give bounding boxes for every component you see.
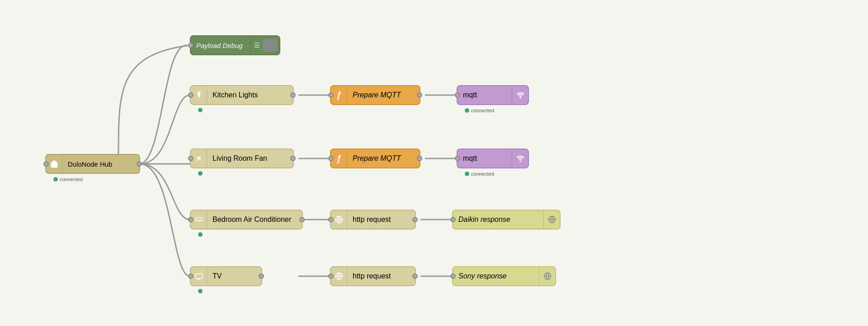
- daikin-globe-icon: [543, 211, 560, 229]
- svg-point-26: [520, 161, 521, 162]
- bedroom-port-left: [188, 217, 193, 222]
- mqtt-out2-port-left: [455, 156, 460, 161]
- mqtt-fn2-port-left: [328, 156, 334, 161]
- svg-rect-18: [195, 218, 202, 221]
- debug-toggle[interactable]: [263, 39, 278, 52]
- kitchen-status-area: [198, 108, 203, 112]
- kitchen-label: Kitchen Lights: [207, 91, 293, 99]
- debug-port-left: [188, 43, 193, 48]
- tv-label: TV: [207, 272, 261, 280]
- sony-port-left: [450, 273, 456, 279]
- mqtt-out1-dot: [465, 108, 469, 113]
- bedroom-dot: [198, 232, 203, 237]
- mqtt-out2-node[interactable]: mqtt connected: [457, 149, 529, 168]
- http1-node[interactable]: http request: [330, 210, 416, 230]
- mqtt-fn2-node[interactable]: ƒ Prepare MQTT: [330, 149, 420, 168]
- hub-label: DuloNode Hub: [62, 160, 139, 168]
- http1-port-right: [412, 217, 418, 222]
- http2-port-left: [328, 273, 334, 279]
- debug-label: Payload Debug: [191, 42, 250, 49]
- bedroom-status-area: [198, 232, 203, 237]
- living-room-label: Living Room Fan: [207, 154, 293, 163]
- daikin-node[interactable]: Daikin response: [452, 210, 561, 230]
- mqtt-out1-node[interactable]: mqtt connected: [457, 85, 529, 105]
- daikin-label: Daikin response: [453, 216, 543, 224]
- kitchen-node[interactable]: Kitchen Lights: [190, 85, 294, 105]
- hub-status: connected: [53, 177, 83, 182]
- tv-port-left: [188, 273, 193, 279]
- svg-point-25: [520, 97, 521, 98]
- hub-status-dot: [53, 177, 58, 182]
- debug-menu-icon[interactable]: ☰: [250, 36, 263, 54]
- tv-status-area: [198, 289, 203, 293]
- http2-node[interactable]: http request: [330, 266, 416, 286]
- svg-line-13: [196, 92, 197, 93]
- sony-globe-icon: [539, 267, 555, 285]
- mqtt-fn1-port-left: [328, 92, 334, 98]
- bedroom-port-right: [299, 217, 305, 222]
- tv-port-right: [259, 273, 264, 279]
- mqtt-out2-status: connected: [465, 171, 494, 177]
- http1-label: http request: [347, 216, 415, 224]
- hub-port-right: [137, 161, 142, 167]
- mqtt-fn1-port-right: [417, 92, 422, 98]
- kitchen-dot: [198, 108, 203, 112]
- sony-node[interactable]: Sony response: [452, 266, 556, 286]
- mqtt-out2-label: mqtt: [458, 154, 512, 163]
- tv-dot: [198, 289, 203, 293]
- svg-line-14: [201, 92, 201, 93]
- svg-rect-22: [195, 274, 202, 279]
- sony-label: Sony response: [453, 272, 539, 280]
- mqtt-out2-wifi-icon: [512, 149, 528, 168]
- mqtt-fn1-node[interactable]: ƒ Prepare MQTT: [330, 85, 420, 105]
- http1-port-left: [328, 217, 334, 222]
- living-room-status-area: [198, 171, 203, 176]
- debug-node[interactable]: Payload Debug ☰: [190, 35, 280, 55]
- mqtt-fn1-label: Prepare MQTT: [347, 91, 420, 99]
- hub-port-left: [43, 161, 49, 167]
- kitchen-port-left: [188, 92, 193, 98]
- kitchen-port-right: [290, 92, 296, 98]
- http2-port-right: [412, 273, 418, 279]
- mqtt-fn2-label: Prepare MQTT: [347, 154, 420, 163]
- living-room-port-right: [290, 156, 296, 161]
- mqtt-out1-label: mqtt: [458, 91, 512, 99]
- mqtt-fn2-port-right: [417, 156, 422, 161]
- living-room-node[interactable]: Living Room Fan: [190, 149, 294, 168]
- bedroom-label: Bedroom Air Conditioner: [207, 216, 302, 224]
- http2-label: http request: [347, 272, 415, 280]
- living-room-dot: [198, 171, 203, 176]
- mqtt-out1-status: connected: [465, 108, 494, 113]
- living-room-port-left: [188, 156, 193, 161]
- bedroom-node[interactable]: Bedroom Air Conditioner: [190, 210, 303, 230]
- tv-node[interactable]: TV: [190, 266, 262, 286]
- hub-node[interactable]: DuloNode Hub connected: [45, 154, 140, 174]
- daikin-port-left: [450, 217, 456, 222]
- mqtt-out2-dot: [465, 172, 469, 176]
- mqtt-out1-wifi-icon: [512, 86, 528, 104]
- mqtt-out1-port-left: [455, 92, 460, 98]
